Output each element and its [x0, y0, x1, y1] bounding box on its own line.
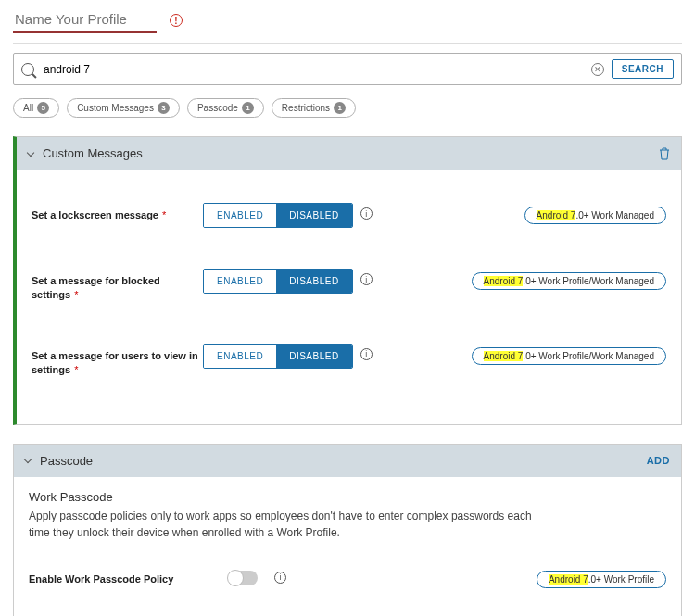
toggle-group: ENABLED DISABLED — [203, 203, 353, 228]
setting-row-enable-work-passcode: Enable Work Passcode Policy i Android 7.… — [29, 561, 666, 594]
passcode-subtitle: Work Passcode — [29, 490, 666, 504]
section-body: Set a lockscreen message* ENABLED DISABL… — [17, 170, 681, 424]
toggle-group: ENABLED DISABLED — [203, 269, 353, 294]
setting-row-view-in-settings-message: Set a message for users to view in setti… — [32, 323, 666, 398]
compat-tag: Android 7.0+ Work Managed — [524, 207, 666, 224]
chip-label: Restrictions — [282, 103, 330, 113]
compat-tag: Android 7.0+ Work Profile — [537, 571, 666, 588]
passcode-description: Apply passcode policies only to work app… — [29, 508, 548, 541]
chip-count: 3 — [158, 102, 170, 114]
chip-count: 1 — [334, 102, 346, 114]
enabled-button[interactable]: ENABLED — [204, 270, 276, 293]
filter-chip-passcode[interactable]: Passcode 1 — [187, 98, 264, 118]
section-header-passcode[interactable]: Passcode ADD — [14, 445, 681, 477]
setting-row-blocked-settings-message: Set a message for blocked settings* ENAB… — [32, 248, 666, 323]
section-title: Custom Messages — [43, 146, 143, 160]
info-icon[interactable]: i — [360, 207, 373, 220]
chevron-down-icon — [27, 148, 34, 156]
required-star: * — [74, 364, 78, 375]
section-title: Passcode — [40, 454, 93, 468]
toggle-switch[interactable] — [228, 571, 258, 585]
setting-label: Set a lockscreen message* — [32, 203, 203, 222]
search-input[interactable] — [42, 62, 584, 77]
clear-search-icon[interactable]: ✕ — [591, 63, 604, 76]
highlight: Android 7 — [537, 210, 576, 220]
chevron-down-icon — [24, 456, 32, 463]
required-star: * — [74, 289, 78, 300]
section-custom-messages: Custom Messages Set a lockscreen message… — [13, 136, 682, 425]
setting-label: Enable Work Passcode Policy — [29, 567, 228, 586]
enabled-button[interactable]: ENABLED — [204, 204, 276, 227]
setting-label: Set a message for users to view in setti… — [32, 344, 203, 378]
filter-chip-all[interactable]: All 5 — [13, 98, 59, 118]
trash-icon[interactable] — [659, 147, 670, 160]
enabled-button[interactable]: ENABLED — [204, 345, 276, 368]
compat-tag: Android 7.0+ Work Profile/Work Managed — [472, 347, 666, 365]
info-icon[interactable]: i — [274, 572, 286, 584]
chip-label: Custom Messages — [77, 103, 154, 113]
chip-count: 1 — [242, 102, 254, 114]
compat-tag: Android 7.0+ Work Profile/Work Managed — [472, 272, 666, 290]
profile-name-input[interactable] — [13, 7, 157, 33]
chip-label: Passcode — [197, 103, 238, 113]
filter-chip-restrictions[interactable]: Restrictions 1 — [272, 98, 356, 118]
search-icon — [21, 63, 34, 76]
setting-label: Set a message for blocked settings* — [32, 269, 203, 303]
highlight: Android 7 — [549, 574, 588, 585]
section-body: Work Passcode Apply passcode policies on… — [14, 477, 681, 616]
alert-icon: ! — [170, 14, 183, 27]
highlight: Android 7 — [484, 351, 524, 361]
filter-chips-row: All 5 Custom Messages 3 Passcode 1 Restr… — [13, 98, 682, 118]
toggle-group: ENABLED DISABLED — [203, 344, 353, 369]
required-star: * — [162, 209, 166, 220]
disabled-button[interactable]: DISABLED — [276, 345, 351, 368]
disabled-button[interactable]: DISABLED — [276, 204, 351, 227]
search-bar: ✕ SEARCH — [13, 53, 682, 85]
info-icon[interactable]: i — [360, 348, 373, 360]
add-button[interactable]: ADD — [647, 455, 670, 466]
info-icon[interactable]: i — [360, 273, 373, 285]
chip-label: All — [23, 103, 33, 113]
search-button[interactable]: SEARCH — [612, 59, 674, 79]
chip-count: 5 — [37, 102, 49, 114]
section-header-custom-messages[interactable]: Custom Messages — [17, 137, 681, 170]
highlight: Android 7 — [484, 276, 524, 286]
page-header: ! — [13, 7, 682, 44]
section-passcode: Passcode ADD Work Passcode Apply passcod… — [13, 444, 682, 616]
filter-chip-custom-messages[interactable]: Custom Messages 3 — [67, 98, 180, 118]
setting-row-lockscreen-message: Set a lockscreen message* ENABLED DISABL… — [32, 182, 666, 248]
disabled-button[interactable]: DISABLED — [276, 270, 351, 293]
